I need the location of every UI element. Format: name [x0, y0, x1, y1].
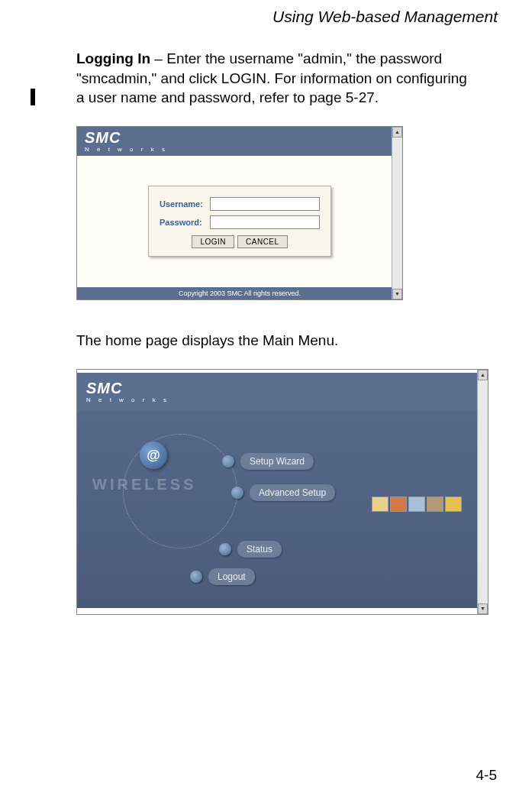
at-icon: @ [140, 442, 167, 469]
paragraph-main-menu: The home page displays the Main Menu. [76, 331, 471, 351]
icon-5[interactable] [445, 497, 462, 512]
menu-label-status: Status [237, 541, 282, 558]
paragraph-logging-in: Logging In – Enter the username "admin,"… [76, 49, 471, 108]
login-center-area: Username: Password: LOGIN CANCEL [77, 156, 402, 287]
logo-subtext-menu: N e t w o r k s [86, 397, 169, 403]
login-screenshot: SMC N e t w o r k s Username: Password: … [76, 126, 403, 300]
scroll-up-icon[interactable]: ▲ [392, 127, 402, 137]
bullet-icon [219, 543, 231, 555]
bullet-icon [190, 571, 202, 583]
smc-logo: SMC N e t w o r k s [85, 130, 168, 153]
menu-label-advanced-setup: Advanced Setup [250, 484, 335, 501]
logo-text: SMC [85, 129, 121, 146]
icon-strip [372, 497, 462, 512]
logging-in-bold: Logging In [76, 50, 150, 66]
menu-label-setup-wizard: Setup Wizard [240, 453, 314, 470]
username-field[interactable] [210, 197, 320, 211]
icon-1[interactable] [372, 497, 389, 512]
smc-logo-menu: SMC N e t w o r k s [86, 380, 169, 403]
scroll-down-icon[interactable]: ▼ [392, 289, 402, 299]
page-number: 4-5 [476, 767, 497, 784]
logo-text-menu: SMC [86, 380, 122, 396]
login-box: Username: Password: LOGIN CANCEL [148, 186, 331, 257]
username-label: Username: [160, 199, 205, 209]
scrollbar[interactable]: ▲ ▼ [392, 127, 402, 299]
menu-item-status[interactable]: Status [219, 541, 282, 558]
icon-4[interactable] [427, 497, 443, 512]
scroll-down-icon[interactable]: ▼ [478, 603, 488, 614]
menu-body: WIRELESS @ Setup Wizard Advanced Setup S… [77, 411, 477, 608]
menu-label-logout: Logout [208, 568, 255, 585]
password-label: Password: [160, 218, 205, 227]
menu-item-setup-wizard[interactable]: Setup Wizard [222, 453, 314, 470]
password-field[interactable] [210, 215, 320, 229]
page-header: Using Web-based Management [31, 8, 498, 26]
scroll-up-icon[interactable]: ▲ [478, 370, 488, 380]
logo-subtext: N e t w o r k s [85, 147, 168, 153]
main-menu-screenshot: SMC N e t w o r k s WIRELESS @ Setup Wiz… [76, 369, 488, 615]
change-bar [31, 89, 35, 105]
bullet-icon [231, 487, 243, 499]
menu-item-logout[interactable]: Logout [190, 568, 255, 585]
wireless-text: WIRELESS [92, 476, 196, 493]
icon-3[interactable] [408, 497, 425, 512]
login-button[interactable]: LOGIN [192, 235, 234, 248]
menu-item-advanced-setup[interactable]: Advanced Setup [231, 484, 335, 501]
icon-2[interactable] [390, 497, 407, 512]
bullet-icon [222, 455, 234, 467]
copyright-bar: Copyright 2003 SMC All rights reserved. [77, 287, 402, 299]
login-header-bar: SMC N e t w o r k s [77, 127, 402, 156]
menu-header-bar: SMC N e t w o r k s [77, 373, 477, 411]
cancel-button[interactable]: CANCEL [237, 235, 288, 248]
menu-bottombar [77, 608, 477, 614]
scrollbar-menu[interactable]: ▲ ▼ [477, 370, 488, 614]
